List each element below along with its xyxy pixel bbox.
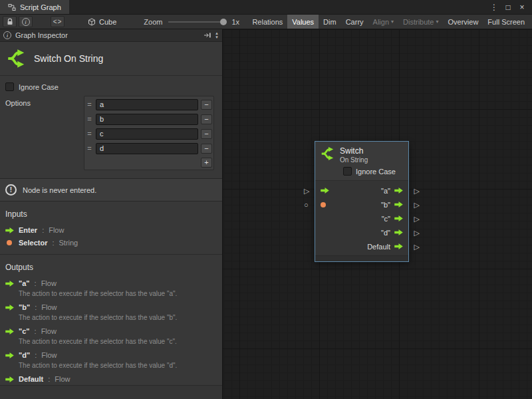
flow-port-icon[interactable]: ▷: [414, 243, 420, 250]
zoom-value: 1x: [231, 18, 239, 26]
port-label: "c": [382, 215, 390, 223]
flow-arrow-icon: [5, 352, 14, 358]
values-button[interactable]: Values: [287, 15, 319, 29]
flow-port-icon[interactable]: ▷: [304, 187, 309, 194]
enter-port-icon[interactable]: [321, 188, 329, 194]
port-name: "a": [19, 279, 30, 287]
flow-port-icon[interactable]: ▷: [414, 215, 420, 222]
relations-button[interactable]: Relations: [247, 15, 287, 29]
node-ignore-case-checkbox[interactable]: [343, 167, 352, 176]
close-icon[interactable]: ×: [517, 3, 527, 11]
flow-arrow-icon: [5, 376, 14, 382]
option-input[interactable]: [96, 114, 198, 125]
port-label: Default: [367, 243, 390, 251]
option-input[interactable]: [96, 128, 198, 140]
remove-option-button[interactable]: −: [201, 114, 212, 124]
graph-toolbar: i <> Cube Zoom 1x Relations Values Dim C…: [0, 15, 532, 29]
carry-button[interactable]: Carry: [341, 15, 368, 29]
lock-icon: [6, 18, 14, 26]
flow-arrow-icon[interactable]: [394, 201, 403, 207]
cube-icon: [88, 18, 96, 26]
script-graph-icon: [8, 3, 16, 11]
node-header[interactable]: Switch On String: [315, 142, 408, 165]
node-footer: [315, 255, 408, 261]
output-row: Default : Flow: [0, 372, 222, 385]
ignore-case-checkbox[interactable]: [5, 82, 14, 91]
flow-port-icon[interactable]: ▷: [414, 187, 420, 194]
dim-button[interactable]: Dim: [319, 15, 341, 29]
port-name: Default: [19, 375, 43, 383]
lock-button[interactable]: [3, 16, 17, 27]
flow-port-icon[interactable]: ▷: [414, 201, 420, 208]
align-label: Align: [373, 18, 389, 26]
drag-handle-icon[interactable]: =: [86, 100, 93, 108]
output-row: "c" : Flow: [0, 325, 222, 337]
unit-title: Switch On String: [34, 53, 103, 64]
port-name: Selector: [19, 239, 47, 247]
option-input[interactable]: [96, 143, 198, 154]
port-type: Flow: [49, 226, 64, 234]
port-description: The action to execute if the selector ha…: [0, 337, 222, 348]
tab-bar: Script Graph ⋮ □ ×: [0, 0, 532, 15]
remove-option-button[interactable]: −: [201, 144, 212, 154]
output-row: "a" : Flow: [0, 277, 222, 289]
drag-handle-icon[interactable]: =: [86, 144, 93, 152]
graph-owner-label: Cube: [99, 18, 116, 26]
flow-arrow-icon: [5, 305, 14, 311]
info-toggle-button[interactable]: i: [19, 16, 33, 27]
warning-icon: !: [5, 184, 17, 196]
separator: :: [48, 375, 50, 383]
ignore-case-label: Ignore Case: [19, 83, 59, 91]
node-port-row: "c" ▷: [315, 211, 408, 225]
maximize-icon[interactable]: □: [503, 3, 513, 11]
flow-port-icon[interactable]: ▷: [414, 229, 420, 236]
distribute-button[interactable]: Distribute ▾: [398, 15, 443, 29]
fullscreen-button[interactable]: Full Screen: [483, 15, 529, 29]
panel-spinner[interactable]: ▲ ▼: [215, 31, 219, 39]
flow-arrow-icon[interactable]: [394, 188, 403, 194]
separator: :: [35, 303, 37, 311]
kebab-menu-icon[interactable]: ⋮: [489, 3, 499, 11]
node-title: Switch: [340, 146, 368, 156]
dock-icon[interactable]: [203, 31, 211, 39]
node-ignore-case-row: Ignore Case: [315, 165, 408, 180]
separator: :: [35, 279, 37, 287]
flow-arrow-icon[interactable]: [394, 215, 403, 221]
selector-port-icon[interactable]: [321, 202, 326, 207]
flow-arrow-icon[interactable]: [394, 229, 403, 235]
option-row: = −: [86, 126, 212, 141]
zoom-slider-knob[interactable]: [220, 19, 227, 25]
port-type: Flow: [41, 279, 57, 287]
input-row: Enter : Flow: [0, 223, 222, 236]
node-port-row: ○ "b" ▷: [315, 198, 408, 211]
options-list: = − = − = − = −: [84, 96, 214, 170]
tab-script-graph[interactable]: Script Graph: [0, 0, 69, 14]
drag-handle-icon[interactable]: =: [86, 115, 93, 123]
port-label: "a": [381, 187, 390, 195]
info-icon: i: [3, 31, 11, 39]
add-option-row: +: [86, 156, 212, 169]
port-description: The action to execute if the selector ha…: [0, 361, 222, 372]
remove-option-button[interactable]: −: [201, 100, 212, 110]
overview-button[interactable]: Overview: [444, 15, 483, 29]
remove-option-button[interactable]: −: [201, 129, 212, 139]
graph-inspector-panel: i Graph Inspector ▲ ▼ Switch On String I…: [0, 29, 223, 399]
switch-on-string-node[interactable]: Switch On String Ignore Case ▷ "a" ▷: [315, 141, 409, 262]
input-row: Selector : String: [0, 236, 222, 249]
option-input[interactable]: [96, 99, 198, 110]
align-button[interactable]: Align ▾: [368, 15, 398, 29]
spin-down-icon[interactable]: ▼: [215, 35, 219, 39]
option-row: = −: [86, 112, 212, 126]
add-option-button[interactable]: +: [201, 158, 212, 168]
options-section: Options = − = − = − =: [0, 92, 222, 172]
graph-owner-button[interactable]: Cube: [88, 18, 116, 26]
inspector-title: Graph Inspector: [15, 31, 68, 39]
code-view-button[interactable]: <>: [51, 16, 65, 27]
unit-title-block: Switch On String: [0, 42, 222, 75]
drag-handle-icon[interactable]: =: [86, 130, 93, 138]
zoom-slider[interactable]: [168, 17, 227, 27]
option-row: = −: [86, 97, 212, 112]
flow-arrow-icon[interactable]: [394, 243, 403, 249]
value-port-icon[interactable]: ○: [304, 201, 309, 208]
port-description: The action to execute if the selector ha…: [0, 289, 222, 301]
